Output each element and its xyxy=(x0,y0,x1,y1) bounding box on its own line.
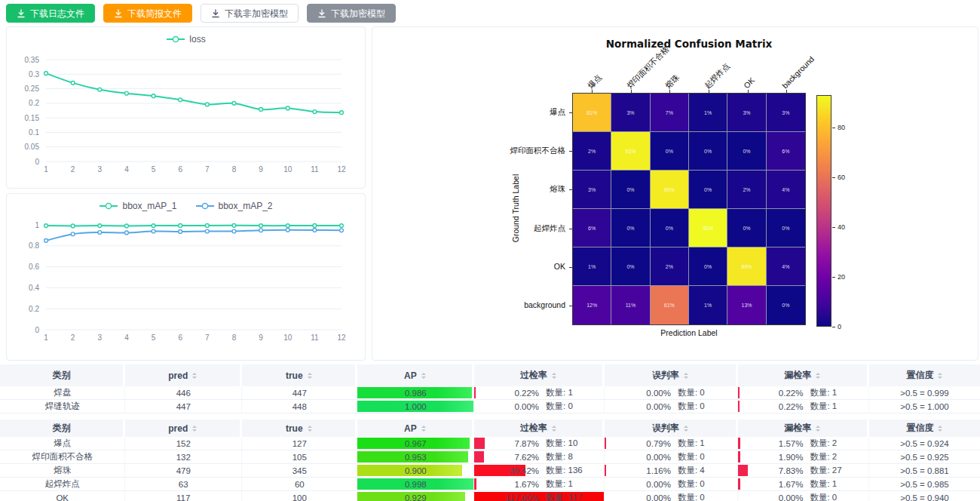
cell-confidence: >0.5 = 0.985 xyxy=(869,478,980,490)
pred-value: 446 xyxy=(176,389,191,398)
sort-caret-icon xyxy=(816,373,820,379)
matrix-cell: 81% xyxy=(573,94,611,132)
rate-value: 0.00% xyxy=(605,493,671,501)
cell-misjudge-rate: 0.00%数量: 0 xyxy=(605,400,738,413)
rate-value: 1.67% xyxy=(738,480,804,489)
download-report-label: 下载简报文件 xyxy=(127,9,182,18)
legend-marker-icon xyxy=(195,202,215,210)
cell-category: 焊缝轨迹 xyxy=(0,400,125,413)
header-label: true xyxy=(286,370,303,381)
svg-text:0.35: 0.35 xyxy=(25,56,40,64)
matrix-cell: 0% xyxy=(689,132,727,171)
svg-text:2: 2 xyxy=(71,333,75,342)
download-icon xyxy=(211,9,220,18)
sort-caret-icon xyxy=(938,426,942,432)
map-line-chart[interactable]: 00.20.40.60.81123456789101112 xyxy=(7,194,365,360)
header-ap[interactable]: AP xyxy=(357,364,474,386)
cell-pred: 132 xyxy=(125,450,242,463)
rate-count: 数量: 0 xyxy=(678,478,705,490)
pred-value: 132 xyxy=(176,453,191,462)
header-misjudge-rate[interactable]: 误判率 xyxy=(605,364,738,386)
cell-ap: 0.967 xyxy=(357,437,474,450)
svg-text:2: 2 xyxy=(71,165,75,174)
header-confidence[interactable]: 置信度 xyxy=(869,364,980,386)
header-over-detection-rate[interactable]: 过检率 xyxy=(474,420,605,437)
svg-text:4: 4 xyxy=(124,165,129,174)
header-miss-rate[interactable]: 漏检率 xyxy=(738,420,869,437)
cell-over-detection-rate: 39.42%数量: 136 xyxy=(474,464,605,477)
category-value: 焊印面积不合格 xyxy=(32,451,93,463)
rate-value: 7.87% xyxy=(474,439,539,448)
pred-value: 117 xyxy=(176,493,190,501)
cell-true: 60 xyxy=(242,478,357,490)
cell-true: 100 xyxy=(242,491,357,501)
svg-text:6: 6 xyxy=(178,333,182,342)
matrix-row-label: OK xyxy=(463,262,565,271)
header-label: 类别 xyxy=(53,422,71,435)
legend-item-bbox_mAP_2[interactable]: bbox_mAP_2 xyxy=(195,201,273,211)
svg-text:5: 5 xyxy=(152,333,156,342)
header-label: 误判率 xyxy=(652,422,679,435)
matrix-cell: 0% xyxy=(611,247,650,286)
confidence-value: >0.5 = 0.985 xyxy=(900,480,949,489)
rate-value: 7.62% xyxy=(474,453,539,462)
colorbar-tick-label: 60 xyxy=(838,174,845,181)
header-misjudge-rate[interactable]: 误判率 xyxy=(605,420,738,437)
cell-over-detection-rate: 117.00%数量: 117 xyxy=(474,491,605,501)
table-row: 焊盘4464470.9860.22%数量: 10.00%数量: 00.22%数量… xyxy=(0,386,980,400)
cell-true: 105 xyxy=(242,450,357,463)
rate-value: 7.83% xyxy=(738,466,804,475)
loss-chart-card: loss 00.050.10.150.20.250.30.35123456789… xyxy=(6,26,366,189)
ap-value: 0.953 xyxy=(405,453,427,462)
rate-value: 0.79% xyxy=(605,439,671,448)
category-value: 爆点 xyxy=(54,438,71,449)
legend-item-bbox_mAP_1[interactable]: bbox_mAP_1 xyxy=(99,201,176,211)
header-label: 漏检率 xyxy=(784,369,811,382)
rate-count: 数量: 0 xyxy=(678,451,705,463)
rate-value: 0.22% xyxy=(474,389,539,398)
matrix-cell: 61% xyxy=(651,286,689,324)
download-log-button[interactable]: 下载日志文件 xyxy=(6,4,95,23)
legend-item-loss[interactable]: loss xyxy=(166,34,205,45)
download-report-button[interactable]: 下载简报文件 xyxy=(103,4,192,23)
svg-text:0.6: 0.6 xyxy=(29,263,39,271)
svg-text:0.4: 0.4 xyxy=(29,284,39,292)
header-label: 置信度 xyxy=(906,422,933,435)
matrix-cell: 89% xyxy=(727,247,766,286)
rate-value: 0.00% xyxy=(605,480,671,489)
header-pred[interactable]: pred xyxy=(125,364,242,386)
rate-value: 1.16% xyxy=(605,466,671,475)
loss-line-chart[interactable]: 00.050.10.150.20.250.30.3512345678910111… xyxy=(7,27,365,188)
header-true[interactable]: true xyxy=(242,364,357,386)
matrix-cell: 0% xyxy=(767,286,805,324)
cell-miss-rate: 0.00%数量: 0 xyxy=(738,491,869,501)
header-true[interactable]: true xyxy=(242,420,357,437)
download-encrypted-model-button[interactable]: 下载加密模型 xyxy=(307,4,396,23)
cell-ap: 0.998 xyxy=(357,478,474,490)
colorbar-tick xyxy=(832,227,835,228)
rate-count: 数量: 10 xyxy=(546,438,577,449)
confidence-value: >0.5 = 0.940 xyxy=(900,493,949,501)
rate-value: 0.22% xyxy=(738,402,804,411)
matrix-column-label: OK xyxy=(741,75,757,91)
cell-miss-rate: 1.67%数量: 1 xyxy=(738,478,869,490)
cell-ap: 1.000 xyxy=(357,400,474,413)
confidence-value: >0.5 = 0.924 xyxy=(900,439,949,448)
svg-text:7: 7 xyxy=(205,165,210,174)
header-ap[interactable]: AP xyxy=(357,420,474,437)
cell-confidence: >0.5 = 0.924 xyxy=(869,437,980,450)
header-pred[interactable]: pred xyxy=(125,420,242,437)
header-label: 类别 xyxy=(53,369,71,382)
header-over-detection-rate[interactable]: 过检率 xyxy=(474,364,605,386)
cell-over-detection-rate: 0.22%数量: 1 xyxy=(474,386,605,399)
header-miss-rate[interactable]: 漏检率 xyxy=(738,364,869,386)
category-value: 起焊炸点 xyxy=(45,478,80,490)
header-confidence[interactable]: 置信度 xyxy=(869,420,980,437)
matrix-cell: 13% xyxy=(727,286,766,324)
summary-table-welds: 类别predtrueAP过检率误判率漏检率置信度焊盘4464470.9860.2… xyxy=(0,364,980,413)
download-plain-model-button[interactable]: 下载非加密模型 xyxy=(201,4,299,23)
category-value: 焊缝轨迹 xyxy=(45,401,80,412)
matrix-cell: 0% xyxy=(651,132,689,171)
cell-pred: 446 xyxy=(125,386,242,399)
confusion-matrix-grid: 81%3%7%1%3%3%2%91%0%0%0%6%3%0%90%0%2%4%6… xyxy=(572,93,806,325)
